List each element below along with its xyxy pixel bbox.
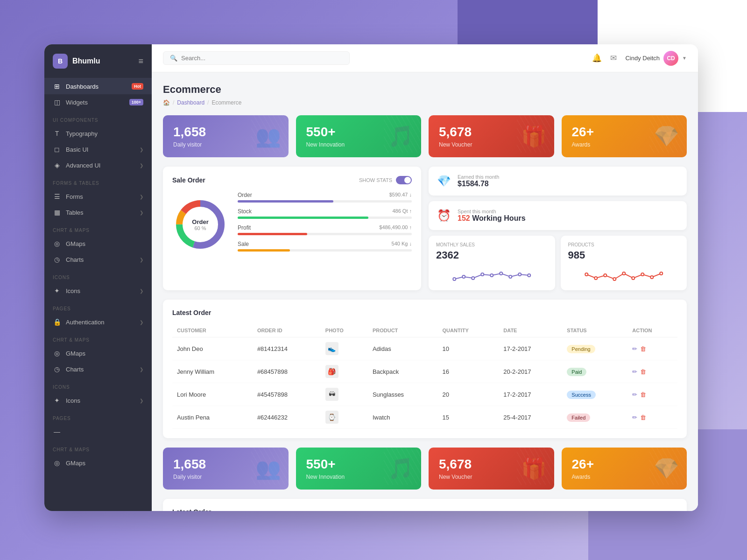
hamburger-button[interactable]: ≡ [138,56,143,66]
stat-row-profit: Profit $486,490.00 ↑ [238,224,412,235]
edit-icon[interactable]: ✏ [632,345,637,352]
sidebar-item-tables[interactable]: ▦ Tables ❯ [44,204,152,220]
svg-point-16 [604,274,606,277]
hours-number: 152 [458,214,470,222]
sidebar-item-label: Tables [66,209,84,216]
sidebar-item-icons2[interactable]: ✦ Icons ❯ [44,392,152,408]
cell-action: ✏ 🗑 [627,383,677,406]
logo: B Bhumlu [53,54,100,69]
breadcrumb: 🏠 / Dashboard / Ecommerce [163,99,687,106]
notifications-icon[interactable]: 🔔 [592,53,602,63]
svg-point-9 [490,274,493,277]
sidebar-item-icons[interactable]: ✦ Icons ❯ [44,283,152,299]
sidebar-item-label: Advanced UI [66,162,100,169]
status-badge: Failed [567,413,590,422]
stat-card-awards-b: 26+ Awards 💎 [562,448,687,490]
sidebar-item-advanced-ui[interactable]: ◈ Advanced UI ❯ [44,157,152,173]
products-label: Products [568,242,680,247]
avatar: CD [663,51,678,66]
cell-product: Adidas [368,337,438,360]
svg-point-8 [481,273,484,276]
progress-fill [238,200,333,203]
sidebar-item-gmaps3[interactable]: ◎ GMaps [44,455,152,471]
sidebar-item-forms[interactable]: ☰ Forms ❯ [44,189,152,204]
sidebar-item-gmaps2[interactable]: ◎ GMaps [44,345,152,361]
pages2-icon: — [53,428,61,435]
sidebar-item-dashboards[interactable]: ⊞ Dashboards Hot [44,78,152,94]
earned-label: Earned this month [458,174,678,180]
mail-icon[interactable]: ✉ [610,53,617,63]
stat-val: $590.47 ↓ [389,192,412,198]
cell-date: 17-2-2017 [499,383,562,406]
stat-icon: 💎 [654,124,679,148]
search-box[interactable]: 🔍 [163,51,350,65]
products-chart [568,265,680,284]
edit-icon[interactable]: ✏ [632,414,637,421]
working-hours-card: ⏰ Spent this month 152 Working Hours [429,201,687,230]
main-panel: 🔍 🔔 ✉ Cindy Deitch CD ▼ Ecommerce 🏠 / [152,44,698,511]
svg-point-7 [472,277,474,280]
breadcrumb-home: 🏠 [163,99,170,106]
basic-ui-icon: ◻ [53,146,61,153]
stat-name: Sale [238,241,249,247]
svg-point-19 [632,277,634,280]
edit-icon[interactable]: ✏ [632,391,637,398]
sidebar-item-authentication[interactable]: 🔒 Authentication ❯ [44,314,152,330]
progress-bar [238,249,412,252]
gmaps3-icon: ◎ [53,459,61,467]
cell-quantity: 16 [438,360,499,383]
sidebar-item-pages2[interactable]: — [44,424,152,440]
typography-icon: T [53,130,61,137]
sidebar-item-charts2[interactable]: ◷ Charts ❯ [44,361,152,377]
svg-point-14 [585,273,588,276]
show-stats-toggle[interactable]: SHOW STATS [359,176,412,184]
stat-name: Stock [238,208,252,215]
sidebar-item-basic-ui[interactable]: ◻ Basic UI ❯ [44,141,152,157]
app-window: B Bhumlu ≡ ⊞ Dashboards Hot ◫ Widgets 10… [44,44,698,511]
breadcrumb-dashboard[interactable]: Dashboard [177,99,204,106]
delete-icon[interactable]: 🗑 [640,391,646,398]
stat-row-header: Sale 540 Kg ↓ [238,241,412,247]
toggle-switch[interactable] [396,176,412,184]
delete-icon[interactable]: 🗑 [640,414,646,421]
table-row: Jenny William #68457898 🎒 Backpack 16 20… [172,360,677,383]
status-badge: Success [567,391,596,399]
cell-photo: 👟 [321,337,368,360]
sidebar-header: B Bhumlu ≡ [44,44,152,78]
edit-icon[interactable]: ✏ [632,368,637,375]
chevron-icon: ❯ [140,257,143,262]
tables-icon: ▦ [53,209,61,216]
delete-icon[interactable]: 🗑 [640,345,646,352]
sidebar-item-charts1[interactable]: ◷ Charts ❯ [44,252,152,267]
svg-point-20 [641,273,644,276]
stat-cards-bottom: 1,658 Daily visitor 👥 550+ New Innovatio… [163,448,687,490]
sidebar-item-widgets[interactable]: ◫ Widgets 100+ [44,94,152,110]
stat-icon: 🎁 [521,456,547,481]
stat-row-order: Order $590.47 ↓ [238,192,412,203]
search-input[interactable] [181,55,343,62]
cell-date: 17-2-2017 [499,337,562,360]
sidebar-item-typography[interactable]: T Typography [44,126,152,141]
show-stats-label: SHOW STATS [359,177,392,183]
cell-customer: Lori Moore [172,383,253,406]
advanced-ui-icon: ◈ [53,161,61,169]
sidebar-item-gmaps[interactable]: ◎ GMaps [44,236,152,252]
table-header-row: Customer Order ID Photo Product Quantity… [172,324,677,337]
line-chart-svg [436,265,548,284]
section-label-pages1: Pages [44,299,152,314]
cell-photo: ⌚ [321,406,368,429]
charts-icon: ◷ [53,256,61,263]
user-info[interactable]: Cindy Deitch CD ▼ [625,51,687,66]
progress-fill [238,217,368,219]
hot-badge: Hot [132,83,143,90]
table-head: Customer Order ID Photo Product Quantity… [172,324,677,337]
progress-fill [238,249,290,252]
delete-icon[interactable]: 🗑 [640,368,646,375]
product-photo: 🎒 [325,365,338,378]
sidebar-item-label: Icons [66,287,80,294]
stat-icon: 🎁 [521,124,547,148]
svg-point-11 [509,275,512,278]
sidebar-item-label: Authentication [66,319,104,326]
right-stats-panel: 💎 Earned this month $1584.78 ⏰ Spent thi… [429,167,687,290]
stat-card-new-voucher: 5,678 New Voucher 🎁 [429,115,554,157]
